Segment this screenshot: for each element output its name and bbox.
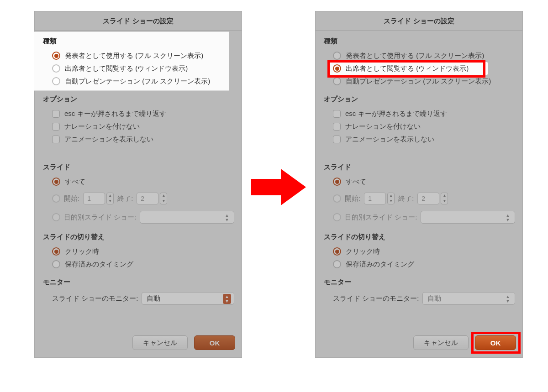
- check-no-narration-label: ナレーションを付けない: [345, 122, 421, 131]
- label-from: 開始:: [345, 194, 360, 203]
- radio-type-presenter-label: 発表者として使用する (フル スクリーン表示): [346, 52, 484, 60]
- radio-type-presenter-row[interactable]: 発表者として使用する (フル スクリーン表示): [42, 49, 234, 62]
- svg-marker-0: [251, 169, 306, 205]
- from-steppers[interactable]: ▲▼: [106, 193, 114, 204]
- section-title-monitor: モニター: [43, 278, 234, 287]
- section-title-advance: スライドの切り替え: [43, 233, 234, 241]
- radio-advance-manual-row[interactable]: クリック時: [323, 245, 515, 258]
- radio-type-browsed[interactable]: [52, 64, 60, 73]
- radio-slides-all-label: すべて: [65, 178, 85, 186]
- radio-advance-manual-row[interactable]: クリック時: [42, 245, 234, 258]
- radio-type-kiosk[interactable]: [52, 77, 60, 85]
- check-no-animation[interactable]: [333, 136, 341, 143]
- check-no-narration-label: ナレーションを付けない: [64, 122, 140, 131]
- radio-slides-all-row[interactable]: すべて: [323, 175, 515, 188]
- radio-type-browsed-row[interactable]: 出席者として閲覧する (ウィンドウ表示): [330, 62, 488, 75]
- check-no-narration-row[interactable]: ナレーションを付けない: [42, 120, 234, 133]
- radio-advance-timing[interactable]: [333, 260, 341, 268]
- radio-type-kiosk-row[interactable]: 自動プレゼンテーション (フル スクリーン表示): [323, 75, 515, 88]
- to-steppers[interactable]: ▲▼: [160, 193, 167, 204]
- label-custom-show: 目的別スライド ショー:: [345, 213, 417, 222]
- check-loop[interactable]: [52, 110, 60, 118]
- radio-type-kiosk-row[interactable]: 自動プレゼンテーション (フル スクリーン表示): [42, 75, 234, 88]
- check-no-animation-label: アニメーションを表示しない: [64, 135, 153, 144]
- monitor-value: 自動: [427, 294, 441, 303]
- from-stepper[interactable]: 1 ▲▼: [83, 193, 114, 204]
- from-input[interactable]: 1: [364, 193, 386, 204]
- check-no-narration-row[interactable]: ナレーションを付けない: [323, 120, 515, 133]
- from-stepper[interactable]: 1 ▲▼: [364, 193, 395, 204]
- section-title-monitor: モニター: [324, 278, 515, 287]
- radio-type-presenter-row[interactable]: 発表者として使用する (フル スクリーン表示): [323, 49, 515, 62]
- radio-slides-all-row[interactable]: すべて: [42, 175, 234, 188]
- radio-advance-timing-label: 保存済みのタイミング: [346, 260, 414, 269]
- radio-slides-all[interactable]: [52, 178, 60, 186]
- radio-slides-all[interactable]: [333, 178, 341, 186]
- radio-type-browsed-row[interactable]: 出席者として閲覧する (ウィンドウ表示): [42, 62, 234, 75]
- section-title-type: 種類: [324, 37, 515, 46]
- radio-type-browsed-label: 出席者として閲覧する (ウィンドウ表示): [65, 64, 188, 73]
- to-input[interactable]: 2: [137, 193, 158, 204]
- radio-advance-manual[interactable]: [333, 247, 341, 256]
- radio-slides-range[interactable]: [52, 194, 60, 203]
- monitor-select[interactable]: 自動 ▲▼: [142, 292, 234, 305]
- label-to: 終了:: [398, 194, 414, 203]
- radio-advance-timing-row[interactable]: 保存済みのタイミング: [323, 258, 515, 271]
- from-input[interactable]: 1: [83, 193, 105, 204]
- monitor-label: スライド ショーのモニター:: [333, 294, 419, 303]
- check-no-animation[interactable]: [52, 136, 60, 143]
- radio-advance-timing-row[interactable]: 保存済みのタイミング: [42, 258, 234, 271]
- ok-button[interactable]: OK: [194, 335, 235, 350]
- dialog-title: スライド ショーの設定: [35, 11, 242, 31]
- check-no-narration[interactable]: [333, 123, 341, 131]
- radio-type-presenter-label: 発表者として使用する (フル スクリーン表示): [65, 52, 203, 60]
- to-stepper[interactable]: 2 ▲▼: [137, 193, 167, 204]
- section-title-advance: スライドの切り替え: [324, 233, 515, 241]
- to-stepper[interactable]: 2 ▲▼: [417, 193, 448, 204]
- cancel-button[interactable]: キャンセル: [132, 335, 188, 350]
- to-steppers[interactable]: ▲▼: [441, 193, 448, 204]
- section-title-options: オプション: [43, 95, 234, 104]
- check-loop-row[interactable]: esc キーが押されるまで繰り返す: [42, 107, 234, 120]
- slideshow-settings-dialog-left: スライド ショーの設定 種類 発表者として使用する (フル スクリーン表示) 出…: [34, 11, 242, 358]
- section-title-slides: スライド: [43, 163, 234, 172]
- check-no-animation-row[interactable]: アニメーションを表示しない: [323, 133, 515, 146]
- radio-type-kiosk[interactable]: [333, 77, 341, 85]
- radio-advance-timing[interactable]: [52, 260, 60, 268]
- check-loop-label: esc キーが押されるまで繰り返す: [64, 110, 166, 118]
- label-to: 終了:: [117, 194, 133, 203]
- radio-slides-all-label: すべて: [346, 178, 366, 186]
- radio-type-browsed[interactable]: [333, 64, 341, 73]
- monitor-select[interactable]: 自動 ▲▼: [422, 292, 515, 305]
- radio-type-browsed-label: 出席者として閲覧する (ウィンドウ表示): [346, 64, 469, 73]
- radio-slides-custom[interactable]: [52, 213, 60, 221]
- check-loop[interactable]: [333, 110, 341, 118]
- radio-type-kiosk-label: 自動プレゼンテーション (フル スクリーン表示): [346, 77, 491, 86]
- section-title-slides: スライド: [324, 163, 515, 172]
- custom-show-select[interactable]: ▲▼: [421, 211, 515, 224]
- select-arrows-icon: ▲▼: [504, 213, 512, 223]
- select-arrows-icon: ▲▼: [223, 213, 231, 223]
- cancel-button[interactable]: キャンセル: [413, 335, 469, 350]
- label-custom-show: 目的別スライド ショー:: [64, 213, 136, 222]
- radio-slides-custom[interactable]: [333, 213, 341, 221]
- section-title-type: 種類: [43, 37, 234, 46]
- radio-type-presenter[interactable]: [52, 52, 60, 60]
- check-loop-row[interactable]: esc キーが押されるまで繰り返す: [323, 107, 515, 120]
- ok-button[interactable]: OK: [475, 335, 516, 350]
- dialog-title: スライド ショーの設定: [316, 11, 522, 31]
- section-title-options: オプション: [324, 95, 515, 104]
- check-no-animation-row[interactable]: アニメーションを表示しない: [42, 133, 234, 146]
- to-input[interactable]: 2: [417, 193, 439, 204]
- check-loop-label: esc キーが押されるまで繰り返す: [345, 110, 447, 118]
- radio-advance-manual[interactable]: [52, 247, 60, 256]
- custom-show-select[interactable]: ▲▼: [140, 211, 234, 224]
- check-no-animation-label: アニメーションを表示しない: [345, 135, 434, 144]
- radio-advance-manual-label: クリック時: [65, 247, 99, 256]
- from-steppers[interactable]: ▲▼: [387, 193, 395, 204]
- check-no-narration[interactable]: [52, 123, 60, 131]
- radio-slides-range[interactable]: [333, 194, 341, 203]
- select-arrows-icon: ▲▼: [504, 294, 512, 304]
- radio-type-presenter[interactable]: [333, 52, 341, 60]
- radio-advance-timing-label: 保存済みのタイミング: [65, 260, 133, 269]
